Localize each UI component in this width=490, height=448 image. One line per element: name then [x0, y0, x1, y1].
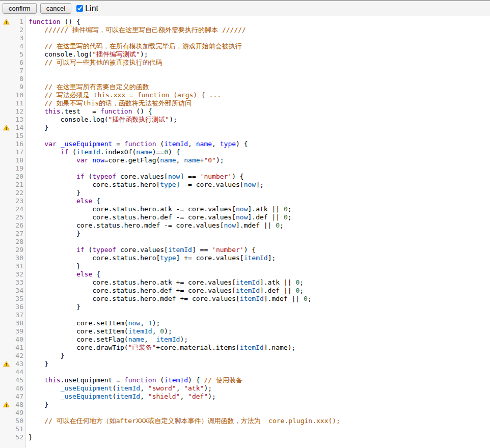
code-text: } [25, 124, 48, 132]
line-number: 39 [11, 327, 25, 335]
code-text: else { [25, 270, 100, 278]
code-line[interactable]: 25 core.status.hero.def -= core.values[n… [0, 213, 490, 221]
code-line[interactable]: 16 var _useEquipment = function (itemId,… [0, 140, 490, 148]
code-line[interactable]: 49 [0, 409, 490, 417]
code-text: this.useEquipment = function (itemId) { … [25, 376, 242, 384]
code-line[interactable]: 6 // 可以写一些其他的被直接执行的代码 [0, 59, 490, 67]
code-line[interactable]: 15 [0, 132, 490, 140]
code-line[interactable]: 8 [0, 75, 490, 83]
code-line[interactable]: 31 } [0, 262, 490, 270]
code-line[interactable]: 22 } [0, 189, 490, 197]
lint-marker-slot [0, 303, 11, 311]
code-line[interactable]: 47 _useEquipment(itemId, "shield", "def"… [0, 393, 490, 401]
code-line[interactable]: 46 _useEquipment(itemId, "sword", "atk")… [0, 384, 490, 393]
code-line[interactable]: 44 [0, 368, 490, 376]
code-line[interactable]: 24 core.status.hero.atk -= core.values[n… [0, 205, 490, 213]
lint-marker-slot [0, 327, 11, 335]
code-line[interactable]: 26 core.status.hero.mdef -= core.values[… [0, 221, 490, 230]
lint-marker-slot [0, 278, 11, 287]
line-number: 41 [11, 344, 25, 352]
code-text: // 写法必须是 this.xxx = function (args) { ..… [25, 91, 221, 99]
code-line[interactable]: 50 // 可以在任何地方（如afterXXX或自定义脚本事件）调用函数，方法为… [0, 417, 490, 425]
line-number: 1 [11, 18, 25, 26]
code-line[interactable]: 13 console.log("插件函数执行测试"); [0, 116, 490, 124]
code-line[interactable]: 45 this.useEquipment = function (itemId)… [0, 376, 490, 384]
lint-toggle: Lint [76, 4, 98, 13]
code-text: core.status.hero.mdef -= core.values[now… [25, 221, 284, 230]
code-text: if (itemId.indexOf(name)==0) { [25, 148, 180, 156]
code-text [25, 164, 29, 173]
code-text: core.drawTip("已装备"+core.material.items[i… [25, 344, 295, 352]
code-editor[interactable]: !1function () {2 ////// 插件编写，可以在这里写自己额外需… [0, 16, 490, 448]
code-line[interactable]: 37 [0, 311, 490, 319]
cancel-button[interactable]: cancel [40, 3, 72, 14]
line-number: 27 [11, 230, 25, 238]
code-line[interactable]: 17 if (itemId.indexOf(name)==0) { [0, 148, 490, 156]
code-text: _useEquipment(itemId, "shield", "def"); [25, 393, 216, 401]
code-line[interactable]: !14 } [0, 124, 490, 132]
code-line[interactable]: 7 [0, 67, 490, 75]
lint-warning-icon[interactable]: ! [0, 401, 11, 409]
code-line[interactable]: 19 [0, 164, 490, 173]
code-text: // 在这里写的代码，在所有模块加载完毕后，游戏开始前会被执行 [25, 42, 242, 50]
code-line[interactable]: 34 core.status.hero.def += core.values[i… [0, 287, 490, 295]
code-line[interactable]: 36 } [0, 303, 490, 311]
lint-warning-icon[interactable]: ! [0, 360, 11, 368]
code-line[interactable]: 51 [0, 425, 490, 433]
svg-text:!: ! [6, 403, 7, 408]
code-line[interactable]: 5 console.log("插件编写测试"); [0, 50, 490, 59]
code-line[interactable]: 33 core.status.hero.atk += core.values[i… [0, 278, 490, 287]
code-line[interactable]: 3 [0, 34, 490, 42]
code-line[interactable]: 10 // 写法必须是 this.xxx = function (args) {… [0, 91, 490, 99]
line-number: 4 [11, 42, 25, 50]
lint-marker-slot [0, 205, 11, 213]
line-number: 11 [11, 99, 25, 107]
code-line[interactable]: !1function () { [0, 18, 490, 26]
line-number: 29 [11, 246, 25, 254]
line-number: 51 [11, 425, 25, 433]
code-line[interactable]: 27 } [0, 230, 490, 238]
code-line[interactable]: 52} [0, 433, 490, 441]
code-line[interactable]: 12 this.test = function () { [0, 107, 490, 116]
lint-label: Lint [85, 4, 98, 13]
code-text [25, 75, 29, 83]
lint-marker-slot [0, 376, 11, 384]
lint-marker-slot [0, 75, 11, 83]
code-text [25, 368, 29, 376]
code-line[interactable]: 38 core.setItem(now, 1); [0, 319, 490, 327]
code-line[interactable]: 23 else { [0, 197, 490, 205]
code-line[interactable]: 28 [0, 238, 490, 246]
code-text: core.setFlag(name, itemId); [25, 335, 188, 344]
code-line[interactable]: 32 else { [0, 270, 490, 278]
code-line[interactable]: 40 core.setFlag(name, itemId); [0, 335, 490, 344]
code-line[interactable]: 42 } [0, 352, 490, 360]
lint-marker-slot [0, 238, 11, 246]
code-line[interactable]: 41 core.drawTip("已装备"+core.material.item… [0, 344, 490, 352]
line-number: 38 [11, 319, 25, 327]
code-text: this.test = function () { [25, 107, 152, 116]
line-number: 37 [11, 311, 25, 319]
code-line[interactable]: 20 if (typeof core.values[now] == 'numbe… [0, 173, 490, 181]
lint-marker-slot [0, 254, 11, 262]
code-line[interactable]: 4 // 在这里写的代码，在所有模块加载完毕后，游戏开始前会被执行 [0, 42, 490, 50]
code-line[interactable]: 18 var now=core.getFlag(name, name+"0"); [0, 156, 490, 164]
code-line[interactable]: 29 if (typeof core.values[itemId] == 'nu… [0, 246, 490, 254]
confirm-button[interactable]: confirm [3, 3, 37, 14]
code-line[interactable]: 39 core.setItem(itemId, 0); [0, 327, 490, 335]
lint-marker-slot [0, 181, 11, 189]
code-text: } [25, 230, 80, 238]
code-text [25, 34, 29, 42]
code-line[interactable]: 2 ////// 插件编写，可以在这里写自己额外需要执行的脚本 ////// [0, 26, 490, 34]
code-line[interactable]: !43 } [0, 360, 490, 368]
code-line[interactable]: 30 core.status.hero[type] += core.values… [0, 254, 490, 262]
code-line[interactable]: 21 core.status.hero[type] -= core.values… [0, 181, 490, 189]
code-text [25, 425, 29, 433]
lint-warning-icon[interactable]: ! [0, 18, 11, 26]
lint-warning-icon[interactable]: ! [0, 124, 11, 132]
code-line[interactable]: 35 core.status.hero.mdef += core.values[… [0, 295, 490, 303]
code-line[interactable]: !48 } [0, 401, 490, 409]
code-line[interactable]: 9 // 在这里写所有需要自定义的函数 [0, 83, 490, 91]
lint-marker-slot [0, 368, 11, 376]
lint-checkbox[interactable] [76, 5, 83, 12]
code-line[interactable]: 11 // 如果不写this的话，函数将无法被外部所访问 [0, 99, 490, 107]
